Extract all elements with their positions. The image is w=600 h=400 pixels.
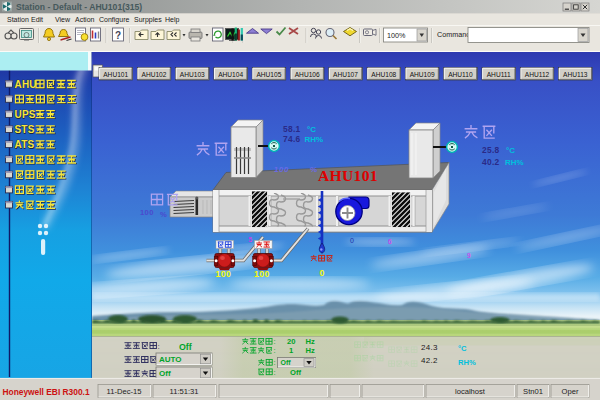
svg-text:UPS: UPS [15,109,36,120]
svg-text:%: % [310,165,317,174]
svg-text:42.2: 42.2 [421,356,438,365]
svg-text::: : [274,358,276,367]
svg-text:Action: Action [75,16,95,23]
svg-text:AHU107: AHU107 [333,71,358,78]
svg-text:11:51:31: 11:51:31 [170,387,199,396]
svg-text:AHU113: AHU113 [563,71,588,78]
svg-text:100%: 100% [387,31,406,40]
svg-text:74.6: 74.6 [283,134,301,144]
svg-text:°C: °C [506,146,515,155]
svg-text:RH%: RH% [505,158,524,167]
svg-text:Help: Help [165,16,180,24]
svg-text:AHU: AHU [15,79,37,90]
svg-text:6: 6 [388,238,392,245]
svg-text:Off: Off [281,359,292,366]
svg-text:Configure: Configure [99,16,129,24]
svg-text:AHU110: AHU110 [448,71,473,78]
svg-text:24.3: 24.3 [421,343,438,352]
svg-text:AHU105: AHU105 [256,71,281,78]
svg-text:AHU102: AHU102 [142,71,167,78]
svg-text:localhost: localhost [455,387,486,396]
svg-text:°C: °C [307,125,316,134]
svg-text:11-Dec-15: 11-Dec-15 [107,387,142,396]
svg-text:100: 100 [254,269,270,279]
svg-text:AHU106: AHU106 [295,71,320,78]
svg-text:View: View [55,16,71,23]
svg-text:AHU103: AHU103 [180,71,205,78]
svg-text:RH%: RH% [458,358,476,367]
svg-text:?: ? [115,30,121,41]
svg-text:0: 0 [350,237,354,244]
svg-text::: : [274,346,276,355]
svg-text:AHU111: AHU111 [487,71,511,78]
svg-text:AHU108: AHU108 [371,71,396,78]
svg-text:20: 20 [287,337,295,346]
svg-text:Edit: Edit [31,16,43,23]
svg-text::: : [274,337,276,346]
svg-text:AHU101: AHU101 [103,71,128,78]
svg-text:5: 5 [249,236,253,243]
svg-text:25.8: 25.8 [482,145,500,155]
svg-text:Off: Off [159,369,171,378]
svg-text:°C: °C [458,344,467,353]
svg-text:Stn01: Stn01 [523,387,543,396]
svg-text:100: 100 [274,165,289,174]
svg-text:58.1: 58.1 [283,124,301,134]
svg-text:Off: Off [179,342,192,352]
svg-text:RH%: RH% [305,135,324,144]
svg-text:100: 100 [216,269,232,279]
svg-text:AHU104: AHU104 [218,71,243,78]
svg-text:ATS: ATS [15,139,35,150]
svg-text:Command: Command [437,30,470,39]
svg-text:Hz: Hz [306,346,315,355]
svg-text:Honeywell EBI R300.1: Honeywell EBI R300.1 [3,387,90,397]
svg-text:Station - Default - AHU101(315: Station - Default - AHU101(315) [16,2,142,12]
svg-text:Station: Station [7,16,29,23]
svg-text:100: 100 [140,208,154,217]
svg-text:Hz: Hz [306,337,315,346]
svg-text:Oper: Oper [562,387,579,396]
svg-text:%: % [160,210,167,219]
svg-text::: : [158,342,160,351]
svg-text:Surpples: Surpples [134,16,162,24]
svg-text:Off: Off [290,368,301,377]
svg-text:AHU101: AHU101 [318,167,378,184]
svg-text:STS: STS [15,124,35,135]
svg-text::: : [274,368,276,377]
svg-text:AHU112: AHU112 [525,71,550,78]
svg-text:9: 9 [467,252,471,259]
svg-text:40.2: 40.2 [482,157,500,167]
svg-text:AHU109: AHU109 [410,71,435,78]
svg-text:0: 0 [320,268,325,278]
svg-text:AUTO: AUTO [159,355,182,364]
